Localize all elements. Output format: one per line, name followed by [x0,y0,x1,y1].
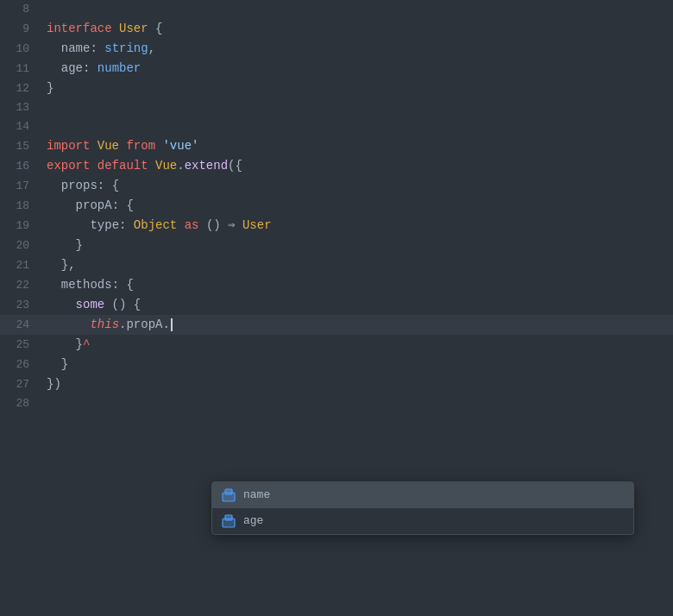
line-number: 18 [0,197,43,216]
line-number: 27 [0,375,43,394]
code-line-17: 17 props: { [0,176,673,196]
code-line-23: 23 some () { [0,295,673,315]
line-content: }^ [43,335,673,354]
line-number: 17 [0,177,43,196]
line-number: 10 [0,40,43,59]
code-line-14: 14 [0,117,673,136]
line-number: 15 [0,137,43,156]
line-number: 19 [0,217,43,236]
line-number: 16 [0,157,43,176]
line-content: } [43,355,673,374]
autocomplete-item-name[interactable]: name [212,482,633,508]
line-content: type: Object as () ⇒ User [43,216,673,235]
line-number: 21 [0,256,43,275]
code-lines: 89interface User {10 name: string,11 age… [0,0,673,413]
line-content: import Vue from 'vue' [43,136,673,155]
line-number: 22 [0,276,43,295]
line-number: 25 [0,336,43,355]
line-content: methods: { [43,275,673,294]
code-line-26: 26 } [0,355,673,374]
line-content: export default Vue.extend({ [43,156,673,175]
text-cursor [171,318,173,331]
line-number: 20 [0,236,43,255]
line-number: 26 [0,355,43,374]
line-number: 12 [0,79,43,98]
code-line-15: 15import Vue from 'vue' [0,136,673,156]
line-content: this.propA. [43,315,673,334]
line-content: some () { [43,295,673,314]
code-editor: 89interface User {10 name: string,11 age… [0,0,673,616]
property-icon [221,487,236,503]
line-number: 24 [0,316,43,335]
code-line-24: 24 this.propA. [0,315,673,335]
autocomplete-label: name [243,486,270,505]
code-line-25: 25 }^ [0,335,673,355]
code-line-16: 16export default Vue.extend({ [0,156,673,176]
line-number: 8 [0,0,43,19]
line-number: 28 [0,394,43,413]
code-line-18: 18 propA: { [0,196,673,216]
code-line-19: 19 type: Object as () ⇒ User [0,216,673,236]
line-content: name: string, [43,39,673,58]
line-number: 14 [0,117,43,136]
line-content: }, [43,255,673,274]
line-number: 9 [0,20,43,39]
line-number: 23 [0,296,43,315]
line-content: interface User { [43,19,673,38]
code-line-28: 28 [0,394,673,413]
property-icon [221,513,236,529]
code-line-20: 20 } [0,236,673,255]
line-content: propA: { [43,196,673,215]
code-line-13: 13 [0,98,673,117]
code-line-12: 12} [0,79,673,98]
line-number: 11 [0,60,43,79]
autocomplete-dropdown[interactable]: name age [211,481,634,535]
line-content: } [43,236,673,255]
autocomplete-item-age[interactable]: age [212,508,633,534]
code-line-10: 10 name: string, [0,39,673,59]
code-line-11: 11 age: number [0,59,673,79]
line-content: props: { [43,176,673,195]
line-number: 13 [0,98,43,117]
code-line-22: 22 methods: { [0,275,673,295]
code-line-9: 9interface User { [0,19,673,39]
line-content: age: number [43,59,673,78]
svg-rect-2 [225,489,232,494]
svg-rect-6 [225,515,232,520]
code-line-8: 8 [0,0,673,19]
line-content: } [43,79,673,97]
autocomplete-label: age [243,512,263,531]
line-content: }) [43,374,673,393]
code-line-21: 21 }, [0,255,673,275]
code-line-27: 27}) [0,374,673,394]
